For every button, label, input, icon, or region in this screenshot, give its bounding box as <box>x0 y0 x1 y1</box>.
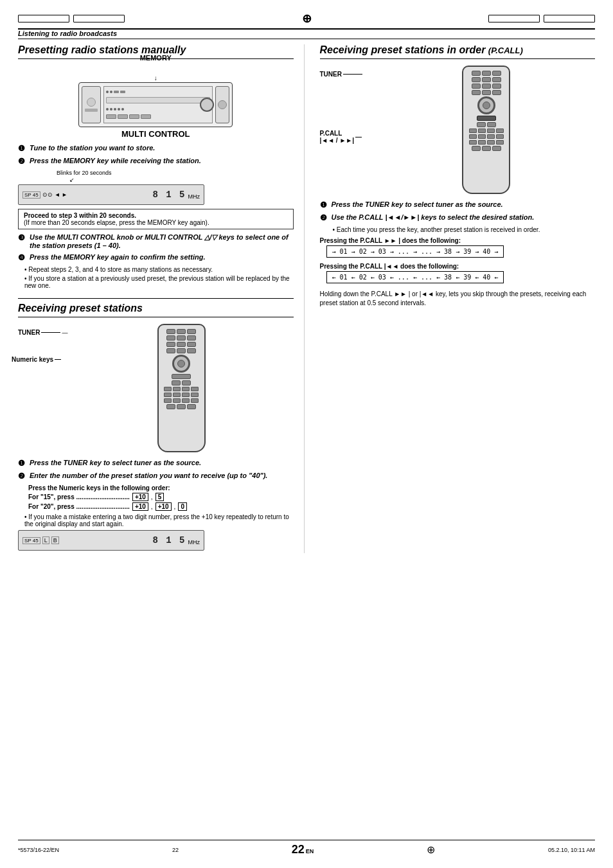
step-1-text: Tune to the station you want to store. <box>30 144 155 152</box>
dot <box>110 91 112 93</box>
num-btn <box>478 128 486 133</box>
rcv-step-1: ❶ Press the TUNER key to select tuner as… <box>18 459 294 468</box>
pcall-fwd-diagram: → 01 → 02 → 03 → ... → ... → 38 → 39 → 4… <box>326 245 596 258</box>
footer-crosshair: ⊕ <box>427 844 435 856</box>
remote-wheel-inner-pcall <box>483 102 490 109</box>
remote-btn <box>166 329 175 334</box>
remote-btn <box>187 329 196 334</box>
pcall-step-2: ❷ Use the P.CALL |◄◄/►►| keys to select … <box>320 213 596 222</box>
remote-btn <box>482 84 491 89</box>
disc-icon <box>87 98 96 107</box>
num-btn <box>191 387 199 391</box>
num-btn <box>191 393 199 397</box>
remote-wheel-inner <box>177 360 185 368</box>
section-title-pcall: Receiving preset stations in order (P.CA… <box>320 44 596 59</box>
step-2-text: Press the MEMORY key while receiving the… <box>30 157 201 164</box>
dot <box>110 108 112 111</box>
key-0: 0 <box>178 502 187 511</box>
footer: *5573/16-22/EN 22 22 EN ⊕ 05.2.10, 10:11… <box>18 840 595 856</box>
remote-btn <box>472 90 481 95</box>
num-btn <box>469 134 477 139</box>
header-title: Listening to radio broadcasts <box>18 30 117 37</box>
page-num: 22 <box>292 843 305 856</box>
dot <box>121 108 124 111</box>
info-box: Proceed to step 3 within 20 seconds. (If… <box>18 209 294 229</box>
display2-icons: L <box>42 536 49 544</box>
remote-btn <box>492 146 501 151</box>
remote-btn <box>482 77 491 82</box>
pcall-step-2-text: Use the P.CALL |◄◄/►►| keys to select th… <box>332 213 535 221</box>
remote-btn <box>492 84 501 89</box>
blinks-label: Blinks for 20 seconds <box>57 170 294 176</box>
remote-btn <box>472 71 481 76</box>
left-column: Presetting radio stations manually MEMOR… <box>18 44 305 553</box>
note-1: Repeat steps 2, 3, and 4 to store as man… <box>24 266 294 273</box>
stereo-middle-panel <box>103 86 213 123</box>
num-btn <box>182 398 190 403</box>
footer-right: 05.2.10, 10:11 AM <box>548 847 595 853</box>
slot-icon <box>85 109 98 112</box>
right-column: Receiving preset stations in order (P.CA… <box>317 44 596 553</box>
display-strip-2: SP 45 L B 8 1 5 MHz <box>18 530 204 551</box>
num-btn <box>469 140 477 145</box>
step-4: ❹ Press the MEMORY key again to confirm … <box>18 253 294 262</box>
remote-btn <box>177 404 186 409</box>
remote-control-receiving <box>157 324 206 452</box>
sub-section-receiving: Receiving preset stations TUNER — Numeri… <box>18 298 294 551</box>
remote-wheel-pcall <box>477 96 495 114</box>
remote-btn <box>472 84 481 89</box>
dot <box>114 108 116 111</box>
key-press-20: For "20", press ........................… <box>28 502 294 511</box>
remote-btn <box>487 122 496 127</box>
pcall-step-1: ❶ Press the TUNER key to select tuner as… <box>320 200 596 209</box>
key-press-label: Press the Numeric keys in the following … <box>28 484 294 492</box>
stereo-device-memory: MEMORY ↓ <box>18 64 294 139</box>
rcv-note: • If you make a mistake entering a two d… <box>24 513 294 527</box>
remote-btn <box>482 71 491 76</box>
numeric-grid <box>164 387 199 403</box>
remote-btn <box>492 90 501 95</box>
display2-source: SP 45 <box>22 537 40 544</box>
pcall-title-suffix: (P.CALL) <box>488 46 523 55</box>
remote-btn <box>477 122 486 127</box>
step-3-text: Use the MULTI CONTROL knob or MULTI CONT… <box>30 233 294 249</box>
footer-left: *5573/16-22/EN <box>18 847 59 853</box>
key-label-15: For "15", press ........................… <box>28 493 130 500</box>
remote-btn <box>482 90 491 95</box>
remote-btn <box>187 335 196 341</box>
num-btn <box>496 140 504 145</box>
num-btn <box>164 393 172 397</box>
tuner-label-pcall: TUNER <box>320 71 342 78</box>
pcall-note: • Each time you press the key, another p… <box>333 226 596 233</box>
step-2: ❷ Press the MEMORY key while receiving t… <box>18 157 294 166</box>
header-section: Listening to radio broadcasts <box>18 30 595 39</box>
rcv-step-1-text: Press the TUNER key to select tuner as t… <box>30 459 201 466</box>
multi-control-knob <box>200 98 214 112</box>
pcall-rev-label: Pressing the P.CALL |◄◄ does the followi… <box>320 263 596 270</box>
stereo-unit <box>78 82 233 127</box>
display-units: MHz <box>188 193 200 200</box>
step-4-text: Press the MEMORY key again to confirm th… <box>30 253 205 261</box>
remote-btn <box>166 335 175 341</box>
stereo-right-panel <box>215 86 229 123</box>
key-press-15: For "15", press ........................… <box>28 493 294 501</box>
num-btn <box>182 393 190 397</box>
remote-btn <box>166 342 175 347</box>
key-5: 5 <box>155 493 164 501</box>
remote-btn <box>482 146 491 151</box>
remote-btn <box>472 77 481 82</box>
num-btn <box>496 128 504 133</box>
pcall-label: P.CALL |◄◄ / ►►| <box>320 130 355 144</box>
pcall-btn <box>477 116 496 121</box>
power-button <box>218 100 227 109</box>
remote-btn <box>177 348 186 353</box>
rcv-step-2-text: Enter the number of the preset station y… <box>30 472 267 479</box>
remote-btn <box>472 146 481 151</box>
num-btn <box>478 140 486 145</box>
key-label-20: For "20", press ........................… <box>28 503 130 510</box>
dot <box>106 91 109 93</box>
num-btn <box>487 134 495 139</box>
remote-wheel <box>172 355 190 373</box>
dot <box>118 108 120 111</box>
info-line2: (If more than 20 seconds elapse, press t… <box>24 219 209 226</box>
